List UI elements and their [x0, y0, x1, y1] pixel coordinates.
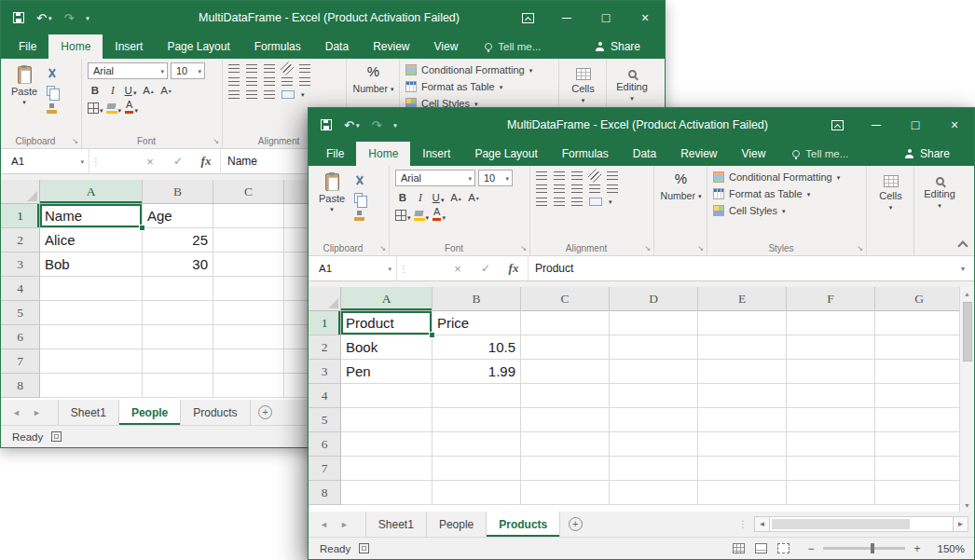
format-as-table-button[interactable]: Format as Table ▾: [405, 81, 554, 92]
cell-A4[interactable]: [40, 277, 143, 301]
decrease-indent-button[interactable]: [282, 77, 293, 86]
row-header-6[interactable]: 6: [309, 432, 341, 457]
ribbon-display-options-button[interactable]: [817, 108, 857, 142]
cell-B8[interactable]: [433, 481, 521, 505]
italic-button[interactable]: I: [413, 189, 428, 204]
copy-button[interactable]: [354, 192, 364, 204]
cell-A1[interactable]: Product: [341, 311, 433, 335]
vertical-scrollbar[interactable]: ▲ ▼: [959, 287, 974, 512]
align-bottom-button[interactable]: [264, 64, 275, 73]
cell-E4[interactable]: [698, 384, 787, 408]
cell-C8[interactable]: [521, 481, 610, 505]
macro-record-icon[interactable]: [359, 543, 369, 553]
normal-view-button[interactable]: [733, 543, 745, 553]
tell-me-box[interactable]: Tell me...: [485, 34, 541, 59]
maximize-button[interactable]: □: [896, 108, 935, 142]
cell-E8[interactable]: [698, 481, 787, 505]
cell-C5[interactable]: [213, 301, 284, 325]
cut-button[interactable]: [354, 174, 364, 186]
cell-G3[interactable]: [875, 360, 964, 384]
redo-button[interactable]: ↷: [371, 119, 381, 131]
menu-tab-page-layout[interactable]: Page Layout: [155, 34, 241, 59]
column-header-A[interactable]: A: [40, 180, 143, 204]
row-header-1[interactable]: 1: [1, 204, 40, 228]
sheet-nav-left-icon[interactable]: ◄: [12, 408, 21, 417]
underline-button[interactable]: U▾: [123, 82, 138, 97]
clipboard-dialog-launcher[interactable]: ↘: [379, 245, 386, 253]
borders-button[interactable]: ▾: [88, 100, 103, 115]
align-middle-button[interactable]: [246, 64, 257, 73]
increase-font-button[interactable]: A▴: [448, 189, 463, 204]
cell-C5[interactable]: [521, 408, 610, 432]
cell-E2[interactable]: [698, 335, 787, 360]
decrease-indent-button[interactable]: [589, 184, 600, 193]
enter-icon[interactable]: ✓: [472, 262, 500, 275]
cell-E5[interactable]: [698, 408, 787, 432]
menu-tab-page-layout[interactable]: Page Layout: [462, 142, 549, 166]
styles-dialog-launcher[interactable]: ↘: [857, 245, 863, 253]
increase-font-button[interactable]: A▴: [141, 82, 156, 97]
cell-D7[interactable]: [610, 457, 698, 481]
row-header-7[interactable]: 7: [1, 349, 40, 374]
align-bottom-button[interactable]: [571, 171, 583, 180]
justify-left-button[interactable]: [536, 198, 547, 206]
conditional-formatting-button[interactable]: Conditional Formatting ▾: [405, 64, 554, 75]
cell-A5[interactable]: [341, 408, 433, 432]
alignment-dialog-launcher[interactable]: ↘: [644, 245, 651, 253]
fill-color-button[interactable]: ▾: [414, 207, 430, 222]
cell-D3[interactable]: [610, 360, 698, 384]
justify-right-button[interactable]: [571, 198, 583, 206]
scroll-up-icon[interactable]: ▲: [964, 287, 970, 300]
menu-tab-data[interactable]: Data: [621, 142, 668, 166]
cell-C3[interactable]: [213, 253, 284, 277]
cell-B3[interactable]: 30: [143, 253, 213, 277]
name-box-splitter[interactable]: ⋮: [397, 264, 410, 274]
cell-C3[interactable]: [521, 360, 610, 384]
cell-A1[interactable]: Name: [40, 204, 143, 228]
cell-F6[interactable]: [787, 432, 875, 457]
cell-A3[interactable]: Bob: [40, 253, 143, 277]
select-all-button[interactable]: [1, 180, 40, 204]
menu-tab-insert[interactable]: Insert: [410, 142, 462, 166]
fill-handle[interactable]: [139, 225, 145, 231]
vertical-scroll-thumb[interactable]: [963, 302, 972, 362]
menu-tab-formulas[interactable]: Formulas: [550, 142, 621, 166]
borders-button[interactable]: ▾: [395, 207, 411, 222]
ribbon-display-options-button[interactable]: [508, 1, 547, 34]
insert-function-button[interactable]: fx: [500, 261, 528, 276]
zoom-slider[interactable]: [823, 547, 905, 550]
align-left-button[interactable]: [228, 77, 240, 86]
menu-tab-file[interactable]: File: [314, 142, 356, 166]
save-icon[interactable]: [13, 12, 24, 23]
cell-C1[interactable]: [521, 311, 610, 335]
cell-A7[interactable]: [341, 457, 433, 481]
cell-E7[interactable]: [698, 457, 787, 481]
font-name-select[interactable]: Arial ▾: [395, 170, 475, 186]
cell-G2[interactable]: [875, 335, 964, 360]
sheet-nav-right-icon[interactable]: ►: [340, 520, 349, 529]
new-sheet-button[interactable]: +: [251, 400, 281, 425]
menu-tab-review[interactable]: Review: [668, 142, 729, 166]
cell-C7[interactable]: [521, 457, 610, 481]
cell-D1[interactable]: [610, 311, 698, 335]
macro-record-icon[interactable]: [51, 431, 62, 442]
column-header-F[interactable]: F: [787, 287, 875, 311]
cell-A5[interactable]: [40, 301, 143, 325]
page-layout-view-button[interactable]: [755, 543, 767, 553]
wrap-text-button[interactable]: [607, 171, 618, 180]
editing-button[interactable]: Editing ▾: [920, 170, 959, 240]
zoom-out-button[interactable]: −: [805, 542, 817, 555]
cancel-icon[interactable]: ×: [136, 155, 164, 169]
tell-me-box[interactable]: Tell me...: [792, 142, 848, 166]
align-right-button[interactable]: [571, 184, 583, 193]
justify-center-button[interactable]: [246, 90, 257, 99]
fill-handle[interactable]: [429, 332, 435, 338]
cell-C6[interactable]: [521, 432, 610, 457]
cell-G1[interactable]: [875, 311, 964, 335]
tab-scroll-splitter[interactable]: ⋮: [732, 512, 754, 537]
minimize-button[interactable]: ─: [857, 108, 896, 142]
name-box-splitter[interactable]: ⋮: [89, 157, 103, 167]
cell-C7[interactable]: [213, 349, 284, 374]
cell-D5[interactable]: [610, 408, 698, 432]
font-size-select[interactable]: 10 ▾: [478, 170, 513, 186]
